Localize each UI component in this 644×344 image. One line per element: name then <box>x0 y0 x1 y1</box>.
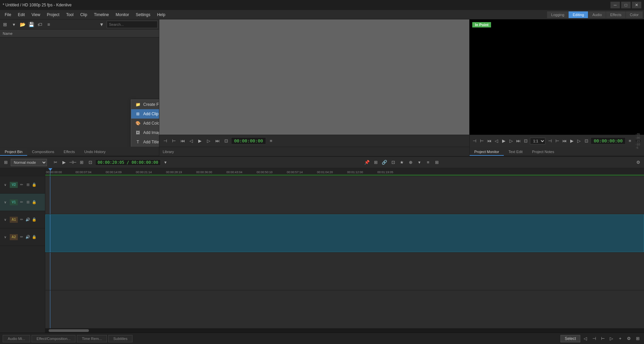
tl-fit-btn[interactable]: ⊞ <box>78 159 85 166</box>
track-a2-mute-btn[interactable]: 🔒 <box>32 234 37 240</box>
tl-star-btn[interactable]: ★ <box>398 159 406 166</box>
bin-save-icon[interactable]: 💾 <box>28 21 35 28</box>
tl-timecode-dropdown[interactable]: ▾ <box>162 159 169 166</box>
track-a1-lock-btn[interactable]: ✏ <box>19 217 24 222</box>
pm-insert-btn[interactable]: ⊡ <box>583 137 589 145</box>
menu-settings[interactable]: Settings <box>132 11 154 18</box>
pm-fastforward-btn[interactable]: ⏭ <box>516 137 522 145</box>
search-input[interactable] <box>107 21 158 28</box>
ws-tab-editing[interactable]: Editing <box>569 11 588 18</box>
pm-set-out-btn[interactable]: ⊢ <box>479 137 485 145</box>
pm-set-in-btn[interactable]: ⊣ <box>472 137 478 145</box>
tl-bottom-plus-btn[interactable]: + <box>616 335 624 342</box>
menu-help[interactable]: Help <box>154 11 169 18</box>
tab-effects[interactable]: Effects <box>59 148 79 156</box>
menu-tool[interactable]: Tool <box>63 11 77 18</box>
track-v1-lock-btn[interactable]: ✏ <box>19 200 24 205</box>
clip-settings-btn[interactable]: ≡ <box>267 137 275 145</box>
tl-settings-btn[interactable]: ⚙ <box>635 159 642 166</box>
pm-tab-text-edit[interactable]: Text Edit <box>504 148 527 156</box>
track-a1-expand[interactable]: ∨ <box>1 216 9 223</box>
pm-rewind2-btn[interactable]: ⏮ <box>561 137 568 145</box>
track-lane-v2[interactable] <box>45 176 644 214</box>
tl-group-btn[interactable]: ⊞ <box>372 159 379 166</box>
bin-area[interactable]: 📁 Create Folder ⊞ Add Clip or Folder 🎨 A… <box>0 38 159 147</box>
menu-view[interactable]: View <box>28 11 44 18</box>
tl-mode-select[interactable]: Normal mode Insert mode Overwrite mode <box>11 159 47 166</box>
tab-compositions[interactable]: Compositions <box>27 148 59 156</box>
menu-clip[interactable]: Clip <box>77 11 91 18</box>
select-button[interactable]: Select <box>560 335 580 342</box>
bp-tab-time-remap[interactable]: Time Rem... <box>77 335 107 342</box>
track-v2-mute-btn[interactable]: 🔒 <box>32 182 37 188</box>
pm-set-out2-btn[interactable]: ⊢ <box>554 137 560 145</box>
maximize-button[interactable]: □ <box>621 2 631 8</box>
track-a1-mute-btn[interactable]: 🔒 <box>32 217 37 222</box>
ws-tab-effects[interactable]: Effects <box>606 11 625 18</box>
v1-clip[interactable] <box>45 214 644 252</box>
track-v2-composite-btn[interactable]: ⊞ <box>25 182 31 188</box>
minimize-button[interactable]: ─ <box>610 2 620 8</box>
ctx-add-title-clip[interactable]: T Add Title Clip <box>131 137 159 147</box>
clip-set-in-btn[interactable]: ⊣ <box>161 137 169 145</box>
menu-edit[interactable]: Edit <box>14 11 28 18</box>
bp-tab-audio-mixer[interactable]: Audio Mi... <box>3 335 30 342</box>
bin-filter-icon[interactable]: ▼ <box>98 21 105 28</box>
tl-razor-btn[interactable]: ✂ <box>52 159 59 166</box>
tl-split2-btn[interactable]: ⊣⊢ <box>69 159 76 166</box>
track-v1-composite-btn[interactable]: ⊞ <box>25 200 31 205</box>
track-lane-a1[interactable] <box>45 253 644 291</box>
bin-view2-icon[interactable]: ▾ <box>10 21 17 28</box>
clip-play-btn[interactable]: ▶ <box>196 137 204 145</box>
tl-spacer-btn[interactable]: ⊡ <box>389 159 397 166</box>
tl-bottom-frame-left-btn[interactable]: ⊣ <box>590 335 598 342</box>
tl-play-btn[interactable]: ▶ <box>60 159 68 166</box>
ctx-add-clip-folder[interactable]: ⊞ Add Clip or Folder <box>131 109 159 119</box>
tl-bottom-right-btn[interactable]: ▷ <box>608 335 615 342</box>
tl-bottom-fit-btn[interactable]: ⊞ <box>634 335 641 342</box>
clip-set-out-btn[interactable]: ⊢ <box>170 137 177 145</box>
bin-tag-icon[interactable]: 🏷 <box>36 21 44 28</box>
tl-record-dropdown[interactable]: ▾ <box>416 159 423 166</box>
tl-extract-btn[interactable]: ⊡ <box>87 159 94 166</box>
tl-bottom-settings-btn[interactable]: ⚙ <box>625 335 633 342</box>
pm-back-btn[interactable]: ◁ <box>493 137 499 145</box>
tl-split-btn[interactable]: ⊞ <box>2 159 9 166</box>
pm-tab-project-notes[interactable]: Project Notes <box>527 148 559 156</box>
track-v1-mute-btn[interactable]: 🔒 <box>32 200 37 205</box>
clip-forward-btn[interactable]: ▷ <box>205 137 212 145</box>
ws-tab-logging[interactable]: Logging <box>547 11 568 18</box>
track-a2-lock-btn[interactable]: ✏ <box>19 234 24 240</box>
track-a2-vol-btn[interactable]: 🔊 <box>25 234 31 240</box>
close-button[interactable]: ✕ <box>632 2 641 8</box>
pm-loop-btn[interactable]: ⊡ <box>523 137 529 145</box>
clip-rewind-btn[interactable]: ⏮ <box>179 137 186 145</box>
track-lane-a2[interactable] <box>45 290 644 329</box>
track-v1-expand[interactable]: ∨ <box>1 199 9 206</box>
pm-settings-btn[interactable]: ≡ <box>627 137 633 145</box>
ws-tab-audio[interactable]: Audio <box>588 11 606 18</box>
menu-file[interactable]: File <box>1 11 14 18</box>
tl-grid-btn[interactable]: ⊞ <box>433 159 440 166</box>
tl-record-btn[interactable]: ⊕ <box>407 159 414 166</box>
pm-forward-btn[interactable]: ▷ <box>508 137 514 145</box>
pm-zoom-select[interactable]: 1:1 1:2 1:4 <box>530 138 545 144</box>
ws-tab-color[interactable]: Color <box>626 11 643 18</box>
tl-equalizer-btn[interactable]: ≡ <box>424 159 432 166</box>
bin-open-icon[interactable]: 📂 <box>19 21 26 28</box>
ctx-add-image-seq[interactable]: 🖼 Add Image Sequence <box>131 128 159 137</box>
timeline-hscroll-thumb[interactable] <box>49 329 89 332</box>
menu-project[interactable]: Project <box>44 11 63 18</box>
track-v2-expand[interactable]: ∨ <box>1 181 9 189</box>
pm-set-in2-btn[interactable]: ⊣ <box>547 137 553 145</box>
track-lane-v1[interactable] <box>45 214 644 253</box>
pm-rewind-btn[interactable]: ⏮ <box>486 137 492 145</box>
ctx-add-color-clip[interactable]: 🎨 Add Color Clip <box>131 119 159 128</box>
tl-bottom-frame-right-btn[interactable]: ⊢ <box>599 335 606 342</box>
pm-play-btn[interactable]: ▶ <box>501 137 507 145</box>
clip-loop-btn[interactable]: ⊡ <box>222 137 230 145</box>
bp-tab-effect-composition[interactable]: Effect/Composition... <box>32 335 75 342</box>
tl-link-btn[interactable]: 🔗 <box>381 159 388 166</box>
clip-back-btn[interactable]: ◁ <box>187 137 195 145</box>
library-tab[interactable]: Library <box>159 147 469 156</box>
